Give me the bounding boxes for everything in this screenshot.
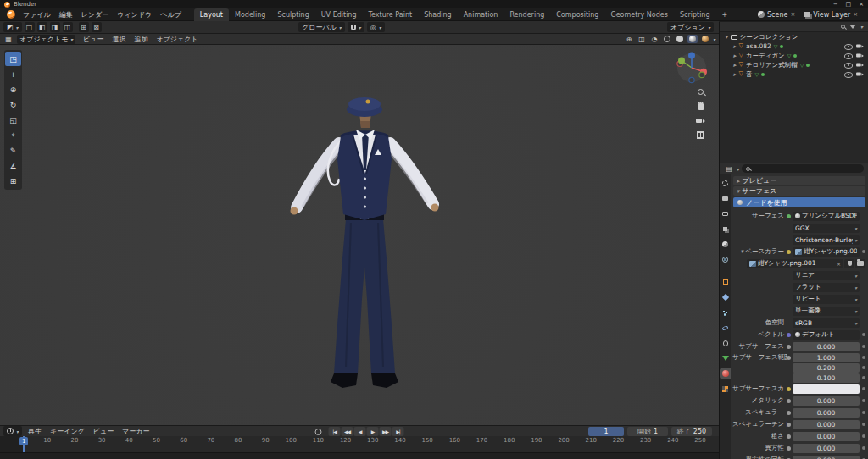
select-extend-icon[interactable]: ◨ (50, 22, 60, 32)
filter-icon[interactable] (849, 25, 856, 29)
tab-tool[interactable] (720, 178, 732, 188)
hide-eye-icon[interactable] (844, 61, 853, 69)
search-icon[interactable] (841, 25, 845, 29)
transform-pivot-icon[interactable]: ⊞ (79, 22, 89, 32)
menu-item[interactable]: レンダー (77, 8, 114, 21)
tab-texture[interactable] (720, 384, 732, 394)
disclosure-icon[interactable] (740, 247, 743, 255)
disclosure-icon[interactable] (733, 61, 737, 69)
tab-material[interactable] (720, 368, 732, 379)
radius-value-field[interactable]: 0.200 (793, 363, 860, 373)
workspace-tab[interactable]: Modeling (229, 8, 271, 21)
extension-menu[interactable]: リピート (793, 295, 860, 304)
disclosure-icon[interactable] (725, 33, 728, 41)
workspace-tab[interactable]: Sculpting (271, 8, 314, 21)
outliner-item[interactable]: ▽ チロリアン式制帽 ▽ (720, 60, 868, 69)
hide-eye-icon[interactable] (844, 52, 853, 59)
shading-wireframe-button[interactable] (662, 35, 672, 43)
tweak-mode-icon[interactable]: □ (25, 22, 35, 32)
decorator-dot[interactable] (862, 423, 865, 426)
projection-menu[interactable]: フラット (793, 283, 860, 292)
image-datablock-field[interactable]: 紺Yシャツ.png.001 × (747, 259, 843, 268)
annotate-tool[interactable]: ✎ (5, 143, 21, 158)
outliner-item[interactable]: ▽ asa.082 ▽ (720, 41, 868, 51)
tab-particles[interactable] (720, 307, 732, 318)
disclosure-icon[interactable] (733, 52, 737, 59)
slider-value-field[interactable]: 0.000 (793, 396, 860, 406)
window-titlebar[interactable]: Blender − □ × (0, 0, 868, 8)
workspace-tab[interactable]: Scripting (674, 8, 716, 21)
transport-button[interactable]: |◀ (329, 427, 341, 436)
camera-view-icon[interactable] (696, 117, 705, 124)
workspace-tab[interactable]: Texture Paint (363, 8, 419, 21)
surface-shader-menu[interactable]: プリンシプルBSDF (793, 212, 860, 221)
minimize-button[interactable]: − (833, 1, 838, 8)
tab-view-layer[interactable] (720, 224, 732, 234)
transport-button[interactable]: ◀ (354, 427, 366, 436)
disclosure-icon[interactable] (733, 70, 737, 78)
active-tool-dropdown[interactable]: ◩ (3, 22, 22, 32)
decorator-dot[interactable] (862, 387, 865, 390)
select-subtract-icon[interactable]: ◫ (63, 22, 73, 32)
transport-button[interactable]: ▶ (367, 427, 379, 436)
slider-value-field[interactable]: 0.000 (793, 408, 860, 418)
radius-value-field[interactable]: 0.100 (793, 373, 860, 383)
render-visibility-icon[interactable] (856, 53, 864, 58)
scene-selector[interactable]: Scene × (758, 11, 795, 19)
menu-item[interactable]: ヘルプ (156, 8, 186, 21)
workspace-tab[interactable]: Compositing (550, 8, 604, 21)
close-button[interactable]: × (859, 1, 864, 8)
render-visibility-icon[interactable] (856, 62, 864, 68)
tab-object[interactable] (720, 277, 732, 287)
preview-section-header[interactable]: プレビュー (733, 176, 865, 185)
view-layer-selector[interactable]: View Layer × (804, 11, 858, 19)
zoom-icon[interactable] (698, 89, 704, 95)
subsurface-value-field[interactable]: 0.000 (793, 342, 860, 351)
shading-rendered-button[interactable] (700, 35, 710, 43)
scale-tool[interactable]: ◱ (5, 113, 21, 127)
render-visibility-icon[interactable] (856, 71, 864, 77)
use-nodes-button[interactable]: ノードを使用 (733, 197, 865, 207)
radius-value-field[interactable]: 1.000 (793, 353, 860, 362)
source-menu[interactable]: 単一画像 (793, 307, 860, 316)
tab-object-data[interactable] (720, 353, 732, 363)
filter-dropdown-icon[interactable] (860, 23, 863, 30)
fake-user-button[interactable] (844, 259, 854, 268)
subsurface-color-swatch[interactable] (793, 384, 860, 394)
view-layer-unlink-icon[interactable]: × (853, 11, 858, 18)
transport-button[interactable]: ◀◀ (342, 427, 353, 436)
surface-section-header[interactable]: サーフェス (733, 186, 865, 196)
shading-material-button[interactable] (687, 35, 698, 43)
properties-editor-icon[interactable]: ▤ (724, 163, 734, 174)
decorator-dot[interactable] (862, 411, 865, 414)
decorator-dot[interactable] (862, 399, 865, 402)
maximize-button[interactable]: □ (846, 1, 852, 8)
transform-orientation-dropdown[interactable]: グローバル (298, 22, 345, 32)
vector-input[interactable]: デフォルト (793, 330, 860, 340)
color-space-menu[interactable]: sRGB (793, 318, 860, 328)
shading-dropdown-icon[interactable] (713, 36, 715, 43)
scene-unlink-icon[interactable]: × (790, 11, 795, 18)
transport-button[interactable]: ▶▶ (380, 427, 392, 436)
decorator-dot[interactable] (862, 345, 865, 348)
shading-solid-button[interactable] (675, 35, 685, 43)
move-tool[interactable]: ⊕ (5, 82, 21, 97)
frame-end-field[interactable]: 終了 250 (671, 427, 712, 436)
slider-value-field[interactable]: 0.000 (793, 444, 860, 453)
interpolation-menu[interactable]: リニア (793, 271, 860, 280)
timeline-ruler[interactable]: 1020304050607080901001101201301401501601… (0, 436, 719, 452)
properties-editor-dropdown-icon[interactable] (737, 165, 739, 173)
viewport-menu-item[interactable]: ビュー (79, 33, 108, 46)
transform-tool[interactable]: ⌖ (5, 128, 21, 142)
workspace-tab[interactable]: UV Editing (315, 8, 363, 21)
decorator-dot[interactable] (862, 250, 865, 253)
add-object-tool[interactable]: ⊞ (5, 174, 21, 188)
decorator-dot[interactable] (862, 366, 865, 369)
blender-menu-icon[interactable] (7, 10, 15, 19)
menu-item[interactable]: ウィンドウ (113, 8, 156, 21)
open-image-button[interactable] (855, 259, 865, 268)
proportional-edit-dropdown[interactable]: ◎ (367, 22, 385, 32)
outliner-item[interactable]: ▽ カーディガン ▽ (720, 51, 868, 60)
distribution-menu[interactable]: GGX (793, 224, 860, 233)
slider-value-field[interactable]: 0.000 (793, 420, 860, 429)
